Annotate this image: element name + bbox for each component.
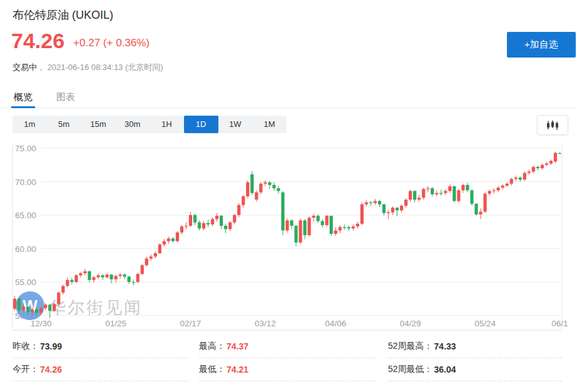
stat-label: 最高： [199,341,225,352]
stat-value: 74.26 [40,364,62,374]
svg-text:12/30: 12/30 [31,319,52,328]
quote-page: 布伦特原油 (UKOIL) 74.26 +0.27 (+ 0.36%) 交易中，… [0,0,577,392]
stat-label: 最低： [199,364,225,375]
tab-overview[interactable]: 概览 [13,89,34,108]
svg-text:55.00: 55.00 [15,278,36,287]
status-separator: ， [37,63,45,72]
timeframe-1m-month[interactable]: 1M [252,116,287,133]
stat-label: 今开： [13,364,39,375]
svg-text:06/1: 06/1 [551,319,568,328]
stat-label: 52周最高： [388,341,433,352]
stat-value: 74.21 [227,364,248,374]
candlestick-chart[interactable]: 75.0070.0065.0060.0055.0050.00W华尔街见闻12/3… [0,141,577,333]
stats-column-3: 52周最高： 74.33 52周最低： 36.04 [388,335,562,381]
stat-value: 74.37 [227,341,248,351]
timeframe-toolbar: 1m 5m 15m 30m 1H 1D 1W 1M [13,116,287,133]
svg-text:01/25: 01/25 [105,319,126,328]
trading-status: 交易中 [13,63,37,72]
trading-status-row: 交易中， 2021-06-16 08:34:13 (北京时间) [13,62,163,73]
svg-text:02/17: 02/17 [180,319,202,328]
stat-low: 最低： 74.21 [199,358,375,381]
instrument-title: 布伦特原油 (UKOIL) [13,8,113,23]
svg-text:04/06: 04/06 [325,319,346,328]
timeframe-1m[interactable]: 1m [13,116,47,133]
stat-open: 今开： 74.26 [13,358,188,381]
stat-52w-low: 52周最低： 36.04 [388,358,562,381]
timeframe-30m[interactable]: 30m [115,116,150,133]
svg-text:60.00: 60.00 [15,244,36,254]
tab-chart[interactable]: 图表 [55,89,76,108]
svg-text:04/29: 04/29 [400,319,421,328]
svg-text:05/24: 05/24 [474,319,496,328]
stats-column-1: 昨收： 73.99 今开： 74.26 [13,335,188,381]
stat-value: 36.04 [434,364,456,374]
stat-prev-close: 昨收： 73.99 [13,335,188,358]
price-change: +0.27 (+ 0.36%) [73,37,150,51]
stat-value: 74.33 [434,341,456,351]
tab-bar: 概览 图表 [0,86,577,108]
timeframe-1h[interactable]: 1H [150,116,184,133]
timeframe-1d[interactable]: 1D [184,116,218,133]
stat-label: 昨收： [13,341,39,352]
stats-column-2: 最高： 74.37 最低： 74.21 [199,335,375,381]
chart-type-button[interactable] [537,115,568,135]
timeframe-1w[interactable]: 1W [218,116,253,133]
svg-text:03/12: 03/12 [255,319,276,328]
chart-area[interactable]: 75.0070.0065.0060.0055.0050.00W华尔街见闻12/3… [0,141,577,333]
svg-text:75.00: 75.00 [15,144,36,153]
timeframe-5m[interactable]: 5m [47,116,81,133]
stat-value: 73.99 [40,341,62,351]
quote-timestamp: 2021-06-16 08:34:13 (北京时间) [48,63,163,72]
watermark-text: 华尔街见闻 [49,298,143,317]
svg-text:70.00: 70.00 [15,178,36,187]
quote-stats: 昨收： 73.99 今开： 74.26 最高： 74.37 最低： 74.21 … [0,335,577,385]
last-price: 74.26 [11,30,64,51]
stat-label: 52周最低： [388,364,433,375]
svg-text:65.00: 65.00 [15,211,36,220]
add-watchlist-button[interactable]: +加自选 [507,32,576,58]
stat-52w-high: 52周最高： 74.33 [388,335,562,358]
candlestick-icon [546,120,559,131]
stat-high: 最高： 74.37 [199,335,375,358]
timeframe-15m[interactable]: 15m [81,116,116,133]
price-row: 74.26 +0.27 (+ 0.36%) [11,30,150,51]
